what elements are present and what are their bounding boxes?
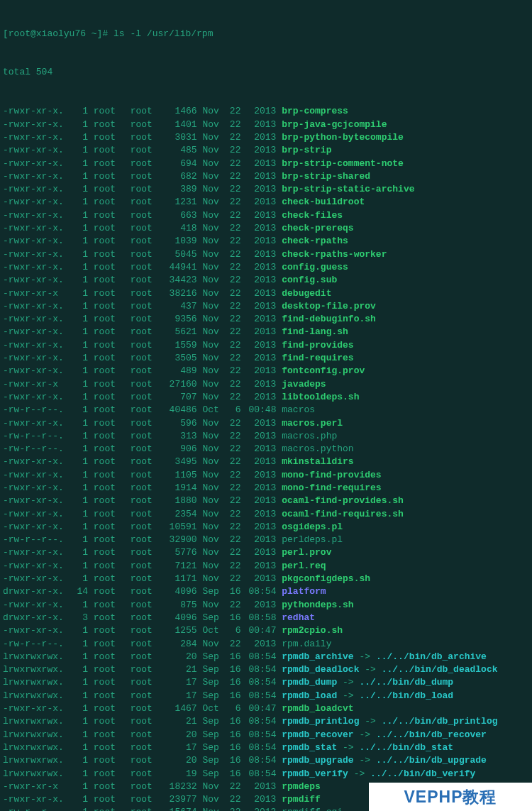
time-or-year: 2013 [240, 313, 276, 326]
link-count: 1 [72, 222, 88, 235]
day: 6 [225, 702, 240, 715]
owner: root [94, 274, 125, 287]
list-item: lrwxrwxrwx.1 root root21 Sep1608:54 rpmd… [3, 663, 529, 676]
list-item: -rwxr-xr-x.1 root root5621 Nov222013 fin… [3, 326, 529, 338]
link-count: 1 [72, 118, 88, 131]
day: 22 [225, 417, 240, 430]
month: Sep [202, 715, 225, 728]
file-name: check-rpaths-worker [282, 248, 387, 261]
permissions: -rwxr-xr-x. [3, 313, 72, 326]
day: 6 [225, 624, 240, 637]
symlink-target: ../../bin/db_dump [359, 676, 453, 689]
list-item: -rwxr-xr-x.1 root root875 Nov222013 pyth… [3, 599, 529, 612]
link-count: 1 [72, 495, 88, 507]
file-name: brp-compress [282, 105, 348, 118]
size: 1467 [162, 702, 197, 715]
day: 22 [225, 131, 240, 144]
owner: root [94, 741, 125, 754]
day: 22 [225, 378, 240, 391]
month: Nov [202, 573, 225, 585]
time-or-year: 2013 [240, 287, 276, 300]
month: Nov [202, 560, 225, 573]
month: Nov [202, 209, 225, 222]
time-or-year: 2013 [240, 793, 276, 806]
month: Nov [202, 222, 225, 235]
size: 4096 [162, 585, 197, 598]
permissions: lrwxrwxrwx. [3, 663, 72, 676]
file-name: rpmdb_upgrade [282, 754, 353, 767]
group: root [131, 248, 162, 261]
size: 694 [162, 158, 197, 170]
month: Oct [202, 624, 225, 637]
size: 27160 [162, 378, 197, 391]
owner: root [94, 780, 125, 793]
permissions: -rwxr-xr-x. [3, 702, 72, 715]
month: Nov [202, 456, 225, 468]
owner: root [94, 546, 125, 559]
group: root [131, 715, 162, 728]
symlink-target: ../../bin/db_stat [359, 741, 453, 754]
list-item: -rwxr-xr-x.1 root root34423 Nov222013 co… [3, 274, 529, 287]
link-count: 1 [72, 741, 88, 754]
time-or-year: 08:54 [240, 754, 276, 767]
file-name: rpmdb_verify [282, 768, 348, 780]
month: Nov [202, 378, 225, 391]
link-count: 1 [72, 391, 88, 404]
symlink-arrow-icon: -> [354, 755, 376, 766]
group: root [131, 729, 162, 741]
day: 22 [225, 599, 240, 612]
link-count: 1 [72, 456, 88, 468]
owner: root [94, 729, 125, 741]
file-name: brp-strip-comment-note [282, 158, 404, 170]
group: root [131, 287, 162, 300]
file-name: desktop-file.prov [282, 300, 376, 313]
month: Nov [202, 638, 225, 651]
group: root [131, 158, 162, 170]
file-name: rpmdb_load [282, 690, 337, 702]
day: 22 [225, 469, 240, 482]
link-count: 1 [72, 715, 88, 728]
list-item: lrwxrwxrwx.1 root root20 Sep1608:54 rpmd… [3, 651, 529, 663]
group: root [131, 469, 162, 482]
file-name: rpmdb_recover [282, 729, 353, 741]
day: 22 [225, 456, 240, 468]
group: root [131, 209, 162, 222]
list-item: -rwxr-xr-x.1 root root1466 Nov222013 brp… [3, 105, 529, 118]
time-or-year: 08:54 [240, 676, 276, 689]
time-or-year: 2013 [240, 300, 276, 313]
file-name: rpmdb_stat [282, 741, 337, 754]
group: root [131, 313, 162, 326]
prompt-user: [root@xiaolyu76 ~]# [3, 28, 113, 39]
file-name: debugedit [282, 287, 331, 300]
day: 16 [225, 651, 240, 663]
link-count: 1 [72, 300, 88, 313]
file-name: find-requires [282, 352, 353, 365]
group: root [131, 378, 162, 391]
symlink-arrow-icon: -> [354, 651, 376, 662]
permissions: -rwxr-xr-x. [3, 131, 72, 144]
file-listing: -rwxr-xr-x.1 root root1466 Nov222013 brp… [3, 105, 529, 811]
size: 663 [162, 209, 197, 222]
owner: root [94, 339, 125, 352]
group: root [131, 573, 162, 585]
size: 21 [162, 715, 197, 728]
link-count: 14 [72, 585, 88, 598]
owner: root [94, 495, 125, 507]
link-count: 1 [72, 196, 88, 209]
size: 284 [162, 638, 197, 651]
group: root [131, 534, 162, 546]
size: 9356 [162, 313, 197, 326]
list-item: -rwxr-xr-x.1 root root9356 Nov222013 fin… [3, 313, 529, 326]
day: 22 [225, 235, 240, 248]
size: 1466 [162, 105, 197, 118]
time-or-year: 2013 [240, 248, 276, 261]
size: 682 [162, 170, 197, 183]
size: 1559 [162, 339, 197, 352]
day: 22 [225, 287, 240, 300]
file-name: mono-find-provides [282, 469, 381, 482]
time-or-year: 2013 [240, 222, 276, 235]
group: root [131, 222, 162, 235]
link-count: 1 [72, 365, 88, 377]
day: 22 [225, 573, 240, 585]
terminal-output[interactable]: [root@xiaolyu76 ~]# ls -l /usr/lib/rpm t… [0, 0, 532, 811]
